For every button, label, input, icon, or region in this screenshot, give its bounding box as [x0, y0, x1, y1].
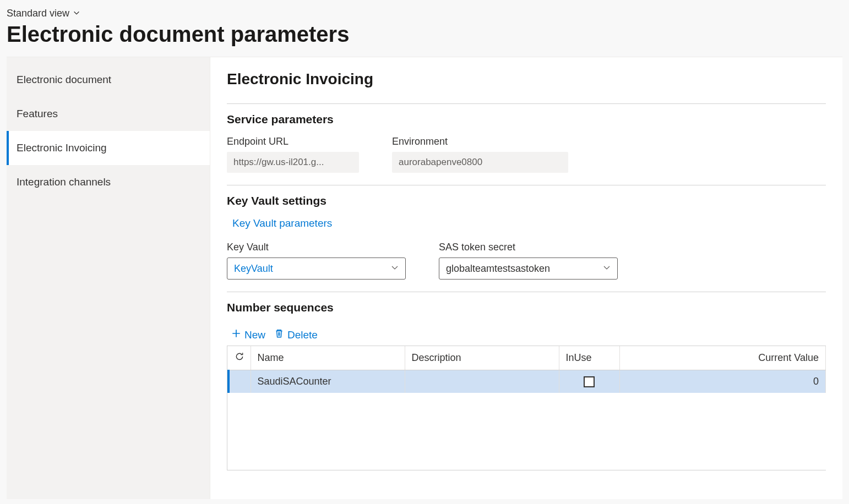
new-label: New	[244, 329, 265, 341]
sas-token-label: SAS token secret	[439, 242, 618, 253]
section-title: Key Vault settings	[227, 194, 826, 207]
checkbox-icon[interactable]	[584, 376, 595, 387]
column-header-name[interactable]: Name	[251, 346, 405, 370]
sidebar-item-integration-channels[interactable]: Integration channels	[7, 165, 210, 199]
column-header-inuse[interactable]: InUse	[559, 346, 619, 370]
endpoint-url-input[interactable]	[227, 152, 359, 173]
refresh-icon[interactable]	[235, 353, 244, 364]
cell-current-value[interactable]: 0	[619, 370, 826, 393]
column-header-description[interactable]: Description	[405, 346, 559, 370]
delete-label: Delete	[287, 329, 318, 341]
sas-token-select[interactable]: globalteamtestsastoken	[439, 258, 618, 280]
cell-description[interactable]	[405, 370, 559, 393]
key-vault-parameters-link[interactable]: Key Vault parameters	[232, 217, 332, 229]
view-label: Standard view	[7, 8, 69, 19]
sas-token-value: globalteamtestsastoken	[446, 263, 550, 275]
sidebar-item-electronic-document[interactable]: Electronic document	[7, 63, 210, 97]
chevron-down-icon	[73, 8, 80, 19]
cell-name[interactable]: SaudiSACounter	[251, 370, 405, 393]
section-title: Service parameters	[227, 113, 826, 126]
key-vault-label: Key Vault	[227, 242, 406, 253]
number-sequences-grid: Name Description InUse Current Value Sau…	[227, 346, 826, 470]
environment-label: Environment	[392, 136, 568, 147]
main-title: Electronic Invoicing	[227, 70, 826, 88]
key-vault-select[interactable]: KeyVault	[227, 258, 406, 280]
view-selector[interactable]: Standard view	[7, 8, 80, 19]
section-number-sequences: Number sequences New Delete	[227, 292, 826, 483]
section-service-parameters: Service parameters Endpoint URL Environm…	[227, 103, 826, 185]
sidebar-item-electronic-invoicing[interactable]: Electronic Invoicing	[7, 131, 210, 165]
environment-input[interactable]	[392, 152, 568, 173]
new-button[interactable]: New	[231, 328, 265, 341]
main-panel: Electronic Invoicing Service parameters …	[210, 57, 842, 499]
grid-empty-area	[227, 393, 826, 470]
sidebar-item-label: Electronic Invoicing	[17, 142, 107, 154]
table-row[interactable]: SaudiSACounter 0	[228, 370, 826, 393]
key-vault-value: KeyVault	[234, 263, 273, 275]
section-key-vault: Key Vault settings Key Vault parameters …	[227, 185, 826, 292]
cell-inuse[interactable]	[559, 370, 619, 393]
sidebar-item-label: Electronic document	[17, 74, 111, 85]
page-title: Electronic document parameters	[7, 21, 842, 47]
delete-button[interactable]: Delete	[274, 328, 318, 341]
column-header-current-value[interactable]: Current Value	[619, 346, 826, 370]
section-title: Number sequences	[227, 301, 826, 314]
sidebar: Electronic document Features Electronic …	[7, 57, 210, 499]
plus-icon	[231, 328, 241, 341]
sidebar-item-label: Integration channels	[17, 176, 111, 188]
trash-icon	[274, 328, 284, 341]
sidebar-item-label: Features	[17, 108, 58, 119]
endpoint-url-label: Endpoint URL	[227, 136, 359, 147]
sidebar-item-features[interactable]: Features	[7, 97, 210, 131]
